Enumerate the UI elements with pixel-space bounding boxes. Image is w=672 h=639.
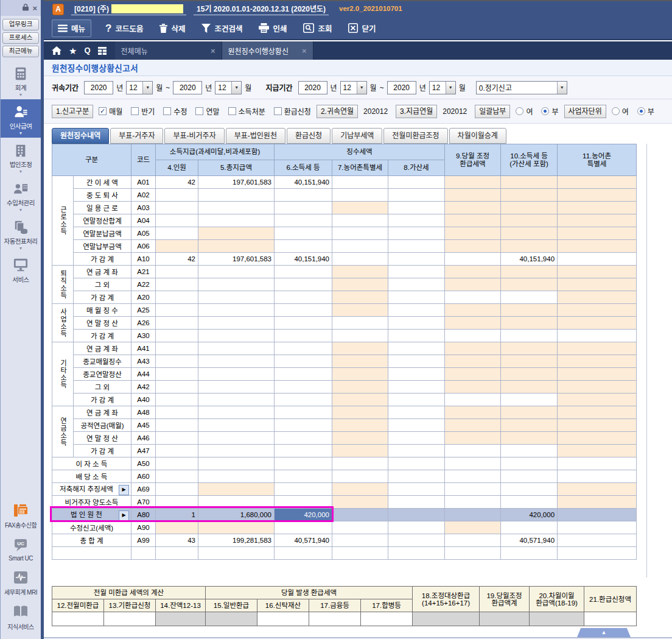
cell-A90-c9[interactable] bbox=[445, 521, 501, 534]
payment-from-year-input[interactable] bbox=[298, 81, 327, 94]
subtab-원천징수내역[interactable]: 원천징수내역 bbox=[52, 128, 109, 144]
cell-empty-c6[interactable] bbox=[275, 547, 332, 560]
cell-A06-c6[interactable] bbox=[275, 240, 332, 253]
cell-A42-c9[interactable] bbox=[445, 381, 501, 394]
cell-A06-c4[interactable] bbox=[156, 240, 198, 253]
cell-A44-c8[interactable] bbox=[388, 368, 445, 381]
cell-A26-c4[interactable] bbox=[156, 317, 198, 330]
cell-A30-c11[interactable] bbox=[558, 330, 637, 342]
cell-A50-c6[interactable] bbox=[275, 457, 332, 470]
cell-A60-c6[interactable] bbox=[275, 470, 332, 483]
cell-A40-c10[interactable] bbox=[501, 394, 558, 406]
cell-A43-c5[interactable] bbox=[198, 355, 275, 368]
cell-A06-c5[interactable] bbox=[198, 240, 275, 253]
cell-A44-c11[interactable] bbox=[558, 368, 637, 381]
checkbox-연말[interactable]: 연말 bbox=[195, 106, 219, 116]
collapse-panel-button[interactable]: ▲ bbox=[577, 628, 631, 637]
cell-A04-c6[interactable] bbox=[275, 214, 332, 227]
cell-A60-c11[interactable] bbox=[558, 470, 637, 483]
cell-A44-c7[interactable] bbox=[332, 368, 388, 381]
cell-A80-c9[interactable] bbox=[445, 509, 501, 521]
sidebar-item-세무회계 MRI[interactable]: 세무회계 MRI bbox=[1, 566, 41, 601]
cell-A48-c9[interactable] bbox=[445, 406, 501, 419]
cell-empty-c10[interactable] bbox=[501, 547, 558, 560]
cell-A46-c7[interactable] bbox=[332, 432, 388, 445]
sidebar-item-자동전표처리[interactable]: 자동전표처리▼ bbox=[1, 214, 41, 253]
cell-A06-c7[interactable] bbox=[332, 240, 388, 253]
tab-close-icon[interactable]: × bbox=[302, 46, 307, 55]
cell-A43-c6[interactable] bbox=[275, 355, 332, 368]
cell-A01-c7[interactable] bbox=[332, 176, 388, 189]
cell-A41-c6[interactable] bbox=[275, 342, 332, 355]
cell-A50-c8[interactable] bbox=[388, 457, 445, 470]
cell-A43-c7[interactable] bbox=[332, 355, 388, 368]
cell-A44-c5[interactable] bbox=[198, 368, 275, 381]
cell-A02-c11[interactable] bbox=[558, 189, 637, 202]
cell-A40-c6[interactable] bbox=[275, 394, 332, 406]
cell-A02-c4[interactable] bbox=[156, 189, 198, 202]
cell-A40-c5[interactable] bbox=[198, 394, 275, 406]
payment-to-year-input[interactable] bbox=[387, 81, 416, 94]
cell-A99-c10[interactable]: 40,571,940 bbox=[501, 534, 558, 547]
grid-icon[interactable] bbox=[98, 47, 107, 55]
cell-A02-c10[interactable] bbox=[501, 189, 558, 202]
cell-A01-c5[interactable]: 197,601,583 bbox=[198, 176, 275, 189]
cell-A43-c10[interactable] bbox=[501, 355, 558, 368]
expand-row-button[interactable]: ▶ bbox=[119, 510, 129, 521]
cell-A47-c8[interactable] bbox=[388, 445, 445, 457]
cell-A06-c8[interactable] bbox=[388, 240, 445, 253]
cell-A05-c4[interactable] bbox=[156, 227, 198, 240]
toolbar-button-조건검색[interactable]: 조건검색 bbox=[201, 23, 242, 34]
cell-A04-c8[interactable] bbox=[388, 214, 445, 227]
cell-A45-c10[interactable] bbox=[501, 419, 558, 432]
cell-A22-c6[interactable] bbox=[275, 278, 332, 291]
cell-A43-c8[interactable] bbox=[388, 355, 445, 368]
cell-A69-c11[interactable] bbox=[558, 483, 637, 496]
cell-A50-c11[interactable] bbox=[558, 457, 637, 470]
checkbox-매월[interactable]: ✓매월 bbox=[99, 106, 122, 116]
cell-A04-c9[interactable] bbox=[445, 214, 501, 227]
cell-A42-c6[interactable] bbox=[275, 381, 332, 394]
cell-A20-c4[interactable] bbox=[156, 291, 198, 304]
subtab-기납부세액[interactable]: 기납부세액 bbox=[332, 128, 382, 144]
cell-A26-c10[interactable] bbox=[501, 317, 558, 330]
tab-전체메뉴[interactable]: 전체메뉴× bbox=[115, 41, 222, 60]
cell-A01-c9[interactable] bbox=[445, 176, 501, 189]
cell-A50-c9[interactable] bbox=[445, 457, 501, 470]
cell-A47-c4[interactable] bbox=[156, 445, 198, 457]
attribution-to-year-input[interactable] bbox=[173, 81, 202, 94]
cell-A20-c5[interactable] bbox=[198, 291, 275, 304]
cell-A50-c10[interactable] bbox=[501, 457, 558, 470]
cell-A30-c5[interactable] bbox=[198, 330, 275, 342]
attribution-to-month-select[interactable]: 12▼ bbox=[215, 81, 242, 94]
cell-empty-c11[interactable] bbox=[558, 547, 637, 560]
sidebar-item-법인조정[interactable]: 법인조정▼ bbox=[1, 138, 41, 176]
cell-A20-c8[interactable] bbox=[388, 291, 445, 304]
cell-A03-c5[interactable] bbox=[198, 202, 275, 214]
cell-A01-c4[interactable]: 42 bbox=[156, 176, 198, 189]
cell-A40-c8[interactable] bbox=[388, 394, 445, 406]
cell-A30-c6[interactable] bbox=[275, 330, 332, 342]
sidebar-item-수입처관리[interactable]: 수입처관리▼ bbox=[1, 176, 41, 214]
cell-A03-c6[interactable] bbox=[275, 202, 332, 214]
cell-A99-c6[interactable]: 40,571,940 bbox=[275, 534, 332, 547]
cell-A45-c5[interactable] bbox=[198, 419, 275, 432]
cell-A47-c10[interactable] bbox=[501, 445, 558, 457]
cell-A69-c6[interactable] bbox=[275, 483, 332, 496]
cell-A90-c6[interactable] bbox=[275, 521, 332, 534]
cell-A48-c10[interactable] bbox=[501, 406, 558, 419]
cell-A90-c7[interactable] bbox=[332, 521, 388, 534]
toolbar-button-삭제[interactable]: 삭제 bbox=[159, 23, 185, 34]
cell-A26-c5[interactable] bbox=[198, 317, 275, 330]
cell-A26-c8[interactable] bbox=[388, 317, 445, 330]
cell-A25-c4[interactable] bbox=[156, 304, 198, 317]
cell-A43-c11[interactable] bbox=[558, 355, 637, 368]
attribution-from-year-input[interactable] bbox=[84, 81, 113, 94]
cell-A40-c4[interactable] bbox=[156, 394, 198, 406]
attribution-from-month-select[interactable]: 12▼ bbox=[126, 81, 153, 94]
cell-A04-c11[interactable] bbox=[558, 214, 637, 227]
cell-A02-c8[interactable] bbox=[388, 189, 445, 202]
cell-A10-c7[interactable] bbox=[332, 253, 388, 266]
cell-A69-c10[interactable] bbox=[501, 483, 558, 496]
cell-A20-c7[interactable] bbox=[332, 291, 388, 304]
